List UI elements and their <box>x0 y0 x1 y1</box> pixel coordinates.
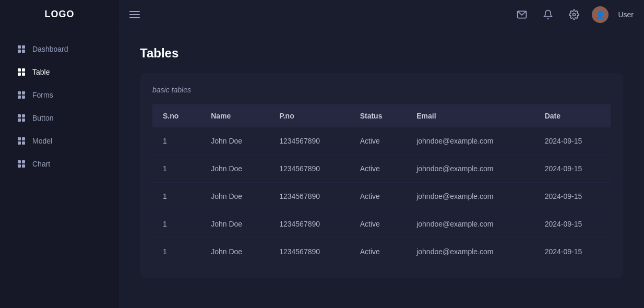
cell-status: Active <box>350 155 407 183</box>
cell-pno: 1234567890 <box>269 127 349 155</box>
sidebar-item-model[interactable]: Model <box>4 130 115 152</box>
button-icon <box>17 113 26 123</box>
main-area: 👤 User Tables basic tables S.no Name P.n… <box>119 0 644 308</box>
mail-button[interactable] <box>514 6 530 23</box>
table-body: 1John Doe1234567890Activejohndoe@example… <box>152 127 611 265</box>
cell-email: johndoe@example.com <box>406 183 534 210</box>
sidebar-item-label: Button <box>32 114 53 122</box>
cell-pno: 1234567890 <box>269 183 349 210</box>
table-row: 1John Doe1234567890Activejohndoe@example… <box>152 210 611 238</box>
card-subtitle: basic tables <box>152 86 611 94</box>
sidebar-nav: Dashboard Table Forms Button Model <box>0 29 119 184</box>
header-left <box>129 11 140 18</box>
table-wrapper: S.no Name P.no Status Email Date 1John D… <box>152 104 611 265</box>
table-row: 1John Doe1234567890Activejohndoe@example… <box>152 183 611 210</box>
cell-date: 2024-09-15 <box>534 155 611 183</box>
cell-date: 2024-09-15 <box>534 127 611 155</box>
cell-status: Active <box>350 127 407 155</box>
data-table: S.no Name P.no Status Email Date 1John D… <box>152 104 611 265</box>
table-card: basic tables S.no Name P.no Status Email… <box>140 73 623 278</box>
settings-button[interactable] <box>566 6 582 23</box>
cell-name: John Doe <box>200 155 269 183</box>
col-email: Email <box>406 104 534 127</box>
sidebar-item-button[interactable]: Button <box>4 107 115 129</box>
cell-sno: 1 <box>152 155 200 183</box>
cell-name: John Doe <box>200 238 269 266</box>
sidebar-item-label: Dashboard <box>32 45 68 53</box>
cell-status: Active <box>350 183 407 210</box>
col-name: Name <box>200 104 269 127</box>
cell-name: John Doe <box>200 210 269 238</box>
page-title: Tables <box>140 46 623 61</box>
table-row: 1John Doe1234567890Activejohndoe@example… <box>152 155 611 183</box>
sidebar-item-label: Table <box>32 68 50 76</box>
cell-pno: 1234567890 <box>269 210 349 238</box>
cell-sno: 1 <box>152 127 200 155</box>
cell-email: johndoe@example.com <box>406 238 534 266</box>
cell-status: Active <box>350 210 407 238</box>
table-row: 1John Doe1234567890Activejohndoe@example… <box>152 238 611 266</box>
sidebar-item-label: Model <box>32 137 52 145</box>
cell-name: John Doe <box>200 183 269 210</box>
col-date: Date <box>534 104 611 127</box>
cell-date: 2024-09-15 <box>534 210 611 238</box>
gear-icon <box>569 9 579 20</box>
col-pno: P.no <box>269 104 349 127</box>
table-row: 1John Doe1234567890Activejohndoe@example… <box>152 127 611 155</box>
sidebar-item-chart[interactable]: Chart <box>4 153 115 175</box>
cell-date: 2024-09-15 <box>534 238 611 266</box>
table-header: S.no Name P.no Status Email Date <box>152 104 611 127</box>
dashboard-icon <box>17 44 26 54</box>
avatar[interactable]: 👤 <box>592 6 609 23</box>
col-status: Status <box>350 104 407 127</box>
sidebar-item-forms[interactable]: Forms <box>4 84 115 106</box>
cell-date: 2024-09-15 <box>534 183 611 210</box>
col-sno: S.no <box>152 104 200 127</box>
cell-pno: 1234567890 <box>269 238 349 266</box>
notification-button[interactable] <box>540 6 556 23</box>
cell-email: johndoe@example.com <box>406 210 534 238</box>
cell-sno: 1 <box>152 238 200 266</box>
cell-pno: 1234567890 <box>269 155 349 183</box>
hamburger-button[interactable] <box>129 11 140 18</box>
cell-email: johndoe@example.com <box>406 127 534 155</box>
model-icon <box>17 136 26 146</box>
sidebar-item-table[interactable]: Table <box>4 61 115 83</box>
table-icon <box>17 67 26 77</box>
header: 👤 User <box>119 0 644 29</box>
cell-sno: 1 <box>152 210 200 238</box>
sidebar: LOGO Dashboard Table Forms Button <box>0 0 119 308</box>
sidebar-item-dashboard[interactable]: Dashboard <box>4 38 115 60</box>
cell-name: John Doe <box>200 127 269 155</box>
cell-email: johndoe@example.com <box>406 155 534 183</box>
forms-icon <box>17 90 26 100</box>
chart-icon <box>17 159 26 169</box>
cell-sno: 1 <box>152 183 200 210</box>
sidebar-item-label: Chart <box>32 160 50 168</box>
content-area: Tables basic tables S.no Name P.no Statu… <box>119 29 644 308</box>
cell-status: Active <box>350 238 407 266</box>
user-name-label[interactable]: User <box>618 10 634 19</box>
mail-icon <box>517 9 527 20</box>
logo: LOGO <box>0 0 119 29</box>
bell-icon <box>543 9 553 20</box>
svg-point-1 <box>573 13 576 16</box>
sidebar-item-label: Forms <box>32 91 53 99</box>
header-right: 👤 User <box>514 6 634 23</box>
